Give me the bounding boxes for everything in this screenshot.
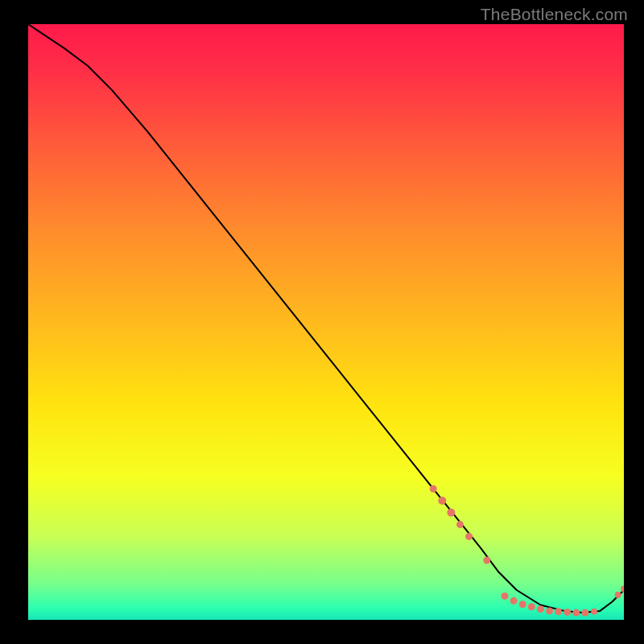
- plot-area: [28, 24, 624, 620]
- marker-point: [510, 597, 518, 605]
- marker-point: [555, 608, 562, 615]
- watermark-text: TheBottleneck.com: [481, 5, 628, 24]
- marker-point: [591, 609, 597, 615]
- marker-point: [438, 497, 446, 505]
- bottleneck-curve: [28, 24, 624, 613]
- marker-point: [528, 603, 535, 610]
- marker-point: [447, 509, 455, 517]
- marker-point: [519, 601, 526, 608]
- marker-point: [456, 521, 464, 528]
- marker-point: [465, 533, 473, 540]
- marker-point: [546, 607, 553, 614]
- marker-point: [483, 557, 490, 564]
- marker-point: [537, 605, 544, 613]
- marker-point: [621, 586, 624, 592]
- marker-point: [572, 609, 580, 617]
- marker-point: [564, 609, 571, 616]
- marker-point: [581, 609, 588, 617]
- curve-layer: [28, 24, 624, 620]
- chart-stage: TheBottleneck.com: [0, 0, 644, 644]
- marker-point: [430, 485, 437, 493]
- marker-point: [615, 592, 621, 598]
- marker-point: [502, 592, 509, 600]
